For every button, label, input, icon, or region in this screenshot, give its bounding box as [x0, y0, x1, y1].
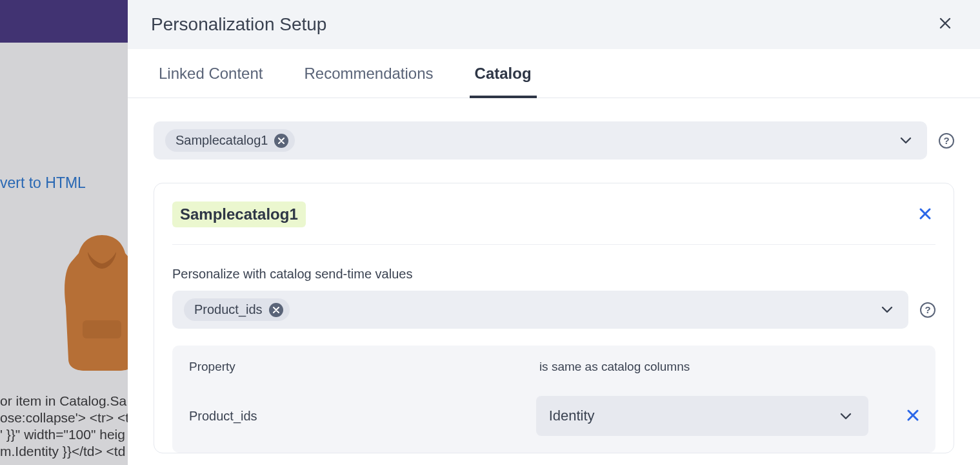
panel-header: Personalization Setup [128, 0, 980, 49]
catalog-column-select[interactable]: Identity [536, 396, 868, 436]
chevron-down-icon [896, 134, 915, 147]
catalog-help-button[interactable]: ? [939, 133, 954, 149]
close-panel-button[interactable] [934, 12, 957, 37]
catalog-multiselect[interactable]: Samplecatalog1 [154, 121, 927, 160]
close-icon [907, 409, 919, 421]
mapping-row-property: Product_ids [189, 409, 536, 424]
remove-mapping-row-button[interactable] [907, 407, 919, 425]
catalog-chip: Samplecatalog1 [165, 129, 295, 152]
catalog-card-title: Samplecatalog1 [172, 202, 306, 227]
mapping-headers: Property is same as catalog columns [189, 360, 919, 374]
chevron-down-icon [836, 409, 855, 423]
mapping-header-property: Property [189, 360, 539, 374]
remove-property-chip-button[interactable] [269, 303, 283, 317]
tab-bar: Linked Content Recommendations Catalog [128, 49, 980, 98]
panel-title: Personalization Setup [151, 14, 326, 35]
personalization-setup-panel: Personalization Setup Linked Content Rec… [128, 0, 980, 465]
mapping-block: Property is same as catalog columns Prod… [172, 346, 935, 453]
mapping-header-catalog: is same as catalog columns [539, 360, 919, 374]
personalize-section-label: Personalize with catalog send-time value… [172, 267, 935, 282]
property-multiselect[interactable]: Product_ids [172, 291, 908, 329]
modal-backdrop [0, 0, 128, 465]
catalog-select-row: Samplecatalog1 ? [154, 121, 954, 160]
close-icon [273, 307, 279, 313]
close-icon [919, 207, 932, 220]
property-chip: Product_ids [184, 298, 290, 321]
panel-body: Samplecatalog1 ? Samplecatalog1 Personal [128, 98, 980, 465]
property-select-row: Product_ids ? [172, 291, 935, 329]
tab-catalog[interactable]: Catalog [470, 49, 537, 98]
catalog-chip-label: Samplecatalog1 [175, 133, 268, 148]
tab-linked-content[interactable]: Linked Content [154, 49, 268, 98]
chevron-down-icon [877, 303, 897, 316]
close-icon [939, 17, 952, 30]
mapping-row: Product_ids Identity [189, 396, 919, 436]
catalog-card-header: Samplecatalog1 [172, 202, 935, 245]
catalog-column-value: Identity [549, 408, 595, 424]
remove-catalog-chip-button[interactable] [274, 134, 288, 148]
close-icon [278, 138, 285, 144]
remove-catalog-card-button[interactable] [915, 205, 935, 225]
catalog-card: Samplecatalog1 Personalize with catalog … [154, 183, 954, 453]
property-help-button[interactable]: ? [920, 302, 935, 318]
tab-recommendations[interactable]: Recommendations [299, 49, 438, 98]
property-chip-label: Product_ids [194, 302, 263, 317]
